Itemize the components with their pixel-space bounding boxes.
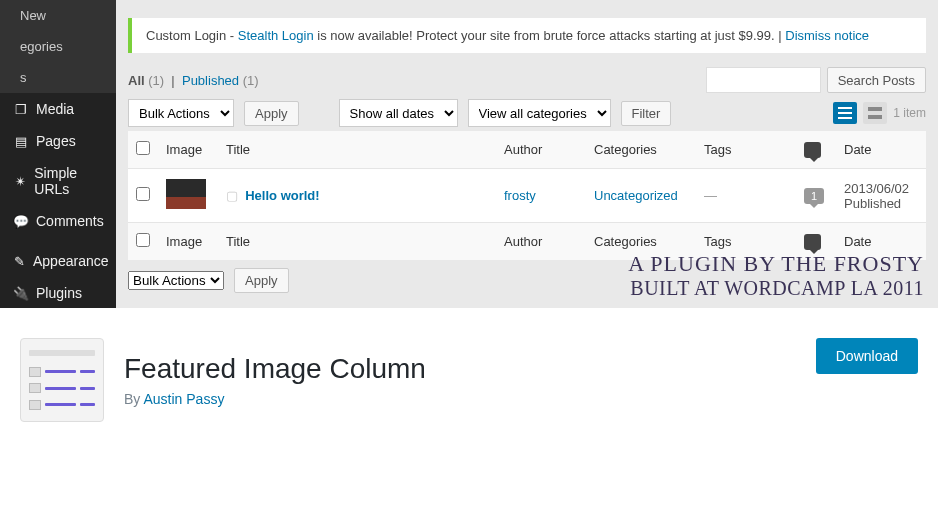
sidebar-item-media[interactable]: ❐Media bbox=[0, 93, 116, 125]
sidebar-item-simple-urls[interactable]: ✴Simple URLs bbox=[0, 157, 116, 205]
pages-icon: ▤ bbox=[14, 134, 28, 149]
svg-rect-3 bbox=[868, 107, 882, 111]
status-published[interactable]: Published bbox=[182, 73, 239, 88]
category-link[interactable]: Uncategorized bbox=[594, 188, 678, 203]
col-comments[interactable] bbox=[796, 131, 836, 169]
row-checkbox[interactable] bbox=[136, 187, 150, 201]
status-value: Published bbox=[844, 196, 901, 211]
bulk-actions-select-bottom[interactable]: Bulk Actions bbox=[128, 271, 224, 290]
select-all-checkbox-foot[interactable] bbox=[136, 233, 150, 247]
comment-icon bbox=[804, 234, 821, 250]
comment-icon bbox=[804, 142, 821, 158]
tags-value: — bbox=[704, 188, 717, 203]
plugin-icon bbox=[20, 338, 104, 422]
comment-icon: 💬 bbox=[14, 214, 28, 229]
author-link[interactable]: frosty bbox=[504, 188, 536, 203]
no-image-icon: ▢ bbox=[226, 188, 238, 203]
plugin-byline: By Austin Passy bbox=[124, 391, 426, 407]
admin-content: Custom Login - Stealth Login is now avai… bbox=[116, 0, 938, 308]
col-title[interactable]: Title bbox=[218, 131, 496, 169]
status-all[interactable]: All bbox=[128, 73, 145, 88]
search-input[interactable] bbox=[706, 67, 821, 93]
sidebar-item-new[interactable]: New bbox=[0, 0, 116, 31]
sidebar-item-pages[interactable]: ▤Pages bbox=[0, 125, 116, 157]
search-button[interactable]: Search Posts bbox=[827, 67, 926, 93]
filter-button[interactable]: Filter bbox=[621, 101, 672, 126]
sidebar-item-tags[interactable]: s bbox=[0, 62, 116, 93]
plugin-title: Featured Image Column bbox=[124, 353, 426, 385]
wp-admin-sidebar: New egories s ❐Media ▤Pages ✴Simple URLs… bbox=[0, 0, 116, 308]
sidebar-item-comments[interactable]: 💬Comments bbox=[0, 205, 116, 237]
svg-rect-4 bbox=[868, 115, 882, 119]
col-image[interactable]: Image bbox=[158, 131, 218, 169]
comment-count[interactable]: 1 bbox=[804, 188, 824, 204]
svg-rect-1 bbox=[838, 112, 852, 114]
admin-notice: Custom Login - Stealth Login is now avai… bbox=[128, 18, 926, 53]
notice-dismiss-link[interactable]: Dismiss notice bbox=[785, 28, 869, 43]
plugin-header: Featured Image Column By Austin Passy Do… bbox=[0, 308, 938, 442]
col-author[interactable]: Author bbox=[496, 131, 586, 169]
plugin-author-link[interactable]: Austin Passy bbox=[143, 391, 224, 407]
notice-link-stealth[interactable]: Stealth Login bbox=[238, 28, 314, 43]
plugins-icon: 🔌 bbox=[14, 286, 28, 301]
svg-rect-0 bbox=[838, 107, 852, 109]
item-count: 1 item bbox=[893, 106, 926, 120]
plugin-credit: A PLUGIN BY THE FROSTY BUILT AT WORDCAMP… bbox=[628, 251, 924, 300]
status-links: All (1) | Published (1) bbox=[128, 73, 259, 88]
appearance-icon: ✎ bbox=[14, 254, 25, 269]
sidebar-item-appearance[interactable]: ✎Appearance bbox=[0, 245, 116, 277]
col-categories[interactable]: Categories bbox=[586, 131, 696, 169]
view-list-button[interactable] bbox=[833, 102, 857, 124]
bulk-actions-select[interactable]: Bulk Actions bbox=[128, 99, 234, 127]
sidebar-item-categories[interactable]: egories bbox=[0, 31, 116, 62]
bulk-apply-button-bottom[interactable]: Apply bbox=[234, 268, 289, 293]
posts-table: Image Title Author Categories Tags Date … bbox=[128, 131, 926, 260]
sidebar-item-plugins[interactable]: 🔌Plugins bbox=[0, 277, 116, 308]
post-title-link[interactable]: Hello world! bbox=[245, 188, 319, 203]
screenshot-banner: New egories s ❐Media ▤Pages ✴Simple URLs… bbox=[0, 0, 938, 308]
date-filter-select[interactable]: Show all dates bbox=[339, 99, 458, 127]
bulk-apply-button[interactable]: Apply bbox=[244, 101, 299, 126]
view-excerpt-button[interactable] bbox=[863, 102, 887, 124]
media-icon: ❐ bbox=[14, 102, 28, 117]
link-icon: ✴ bbox=[14, 174, 26, 189]
download-button[interactable]: Download bbox=[816, 338, 918, 374]
featured-image-thumb bbox=[166, 179, 206, 209]
category-filter-select[interactable]: View all categories bbox=[468, 99, 611, 127]
select-all-checkbox[interactable] bbox=[136, 141, 150, 155]
date-value: 2013/06/02 bbox=[844, 181, 909, 196]
col-tags[interactable]: Tags bbox=[696, 131, 796, 169]
table-row: ▢ Hello world! frosty Uncategorized — 1 … bbox=[128, 169, 926, 223]
svg-rect-2 bbox=[838, 117, 852, 119]
col-date[interactable]: Date bbox=[836, 131, 926, 169]
